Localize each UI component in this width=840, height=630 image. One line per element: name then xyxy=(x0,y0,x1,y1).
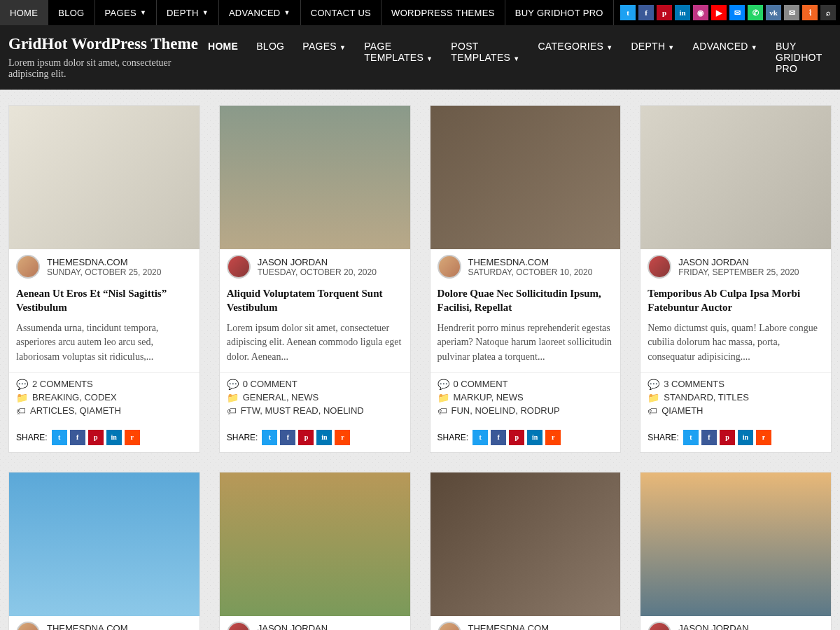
author-avatar[interactable] xyxy=(648,622,671,630)
share-reddit-icon[interactable]: r xyxy=(756,430,771,445)
mainnav-post-templates[interactable]: POST TEMPLATES▼ xyxy=(442,35,528,80)
author-avatar[interactable] xyxy=(16,255,40,279)
mainnav-page-templates[interactable]: PAGE TEMPLATES▼ xyxy=(355,35,442,80)
share-pinterest-icon[interactable]: p xyxy=(509,430,524,445)
mainnav-advanced[interactable]: ADVANCED▼ xyxy=(684,35,766,80)
post-thumbnail[interactable] xyxy=(220,106,410,249)
author-name[interactable]: THEMESDNA.COM xyxy=(468,623,564,630)
post-categories[interactable]: MARKUP, NEWS xyxy=(454,392,524,402)
mainnav-buy-gridhot-pro[interactable]: BUY GRIDHOT PRO xyxy=(766,35,832,80)
author-name[interactable]: JASON JORDAN xyxy=(678,257,799,267)
post-categories[interactable]: GENERAL, NEWS xyxy=(243,392,318,402)
post-thumbnail[interactable] xyxy=(9,106,200,249)
mainnav-blog[interactable]: BLOG xyxy=(247,35,293,80)
post-thumbnail[interactable] xyxy=(430,472,621,616)
vk-icon[interactable]: vk xyxy=(766,5,781,20)
comment-count[interactable]: 0 COMMENT xyxy=(243,379,298,389)
share-linkedin-icon[interactable]: in xyxy=(738,430,753,445)
share-facebook-icon[interactable]: f xyxy=(701,430,717,445)
topnav-pages[interactable]: PAGES▼ xyxy=(95,0,158,25)
youtube-icon[interactable]: ▶ xyxy=(711,5,727,20)
share-twitter-icon[interactable]: t xyxy=(472,430,488,445)
site-title[interactable]: GridHot WordPress Theme xyxy=(8,35,199,53)
post-title[interactable]: Aenean Ut Eros Et “Nisl Sagittis” Vestib… xyxy=(9,284,200,321)
post-thumbnail[interactable] xyxy=(220,472,410,616)
posts-grid: THEMESDNA.COMSUNDAY, OCTOBER 25, 2020Aen… xyxy=(0,90,840,630)
share-linkedin-icon[interactable]: in xyxy=(527,430,542,445)
author-avatar[interactable] xyxy=(438,255,461,279)
post-thumbnail[interactable] xyxy=(430,106,621,249)
author-name[interactable]: THEMESDNA.COM xyxy=(47,623,172,630)
post-title[interactable]: Temporibus Ab Culpa Ipsa Morbi Fatebuntu… xyxy=(640,284,831,321)
chevron-down-icon: ▼ xyxy=(606,44,612,51)
post-card: JASON JORDANFRIDAY, SEPTEMBER 25, 2020Te… xyxy=(640,105,832,453)
post-tags[interactable]: FUN, NOELIND, RODRUP xyxy=(451,405,560,416)
post-title[interactable]: Dolore Quae Nec Sollicitudin Ipsum, Faci… xyxy=(430,284,621,321)
comment-count[interactable]: 2 COMMENTS xyxy=(32,379,93,389)
rss-icon[interactable]: ⌇ xyxy=(802,5,818,20)
chevron-down-icon: ▼ xyxy=(426,55,433,62)
author-name[interactable]: JASON JORDAN xyxy=(678,623,779,630)
topnav-depth[interactable]: DEPTH▼ xyxy=(157,0,219,25)
topnav-blog[interactable]: BLOG xyxy=(48,0,94,25)
share-facebook-icon[interactable]: f xyxy=(491,430,506,445)
author-avatar[interactable] xyxy=(438,622,461,630)
author-name[interactable]: JASON JORDAN xyxy=(258,257,377,267)
share-row: SHARE:tfpinr xyxy=(430,424,621,452)
messenger-icon[interactable]: ✉ xyxy=(729,5,745,20)
share-pinterest-icon[interactable]: p xyxy=(720,430,735,445)
mainnav-depth[interactable]: DEPTH▼ xyxy=(622,35,683,80)
post-categories[interactable]: BREAKING, CODEX xyxy=(32,392,117,402)
share-pinterest-icon[interactable]: p xyxy=(298,430,314,445)
author-name[interactable]: THEMESDNA.COM xyxy=(47,257,161,267)
post-footer: 💬2 COMMENTS📁BREAKING, CODEX🏷ARTICLES, QI… xyxy=(9,373,200,424)
whatsapp-icon[interactable]: ✆ xyxy=(748,5,763,20)
post-title[interactable]: Aliquid Voluptatem Torquent Sunt Vestibu… xyxy=(220,284,410,321)
topnav-home[interactable]: HOME xyxy=(0,0,48,25)
post-thumbnail[interactable] xyxy=(9,472,200,616)
share-twitter-icon[interactable]: t xyxy=(52,430,67,445)
mainnav-pages[interactable]: PAGES▼ xyxy=(293,35,355,80)
author-avatar[interactable] xyxy=(648,255,671,279)
share-reddit-icon[interactable]: r xyxy=(545,430,561,445)
topnav-advanced[interactable]: ADVANCED▼ xyxy=(219,0,301,25)
mainnav-categories[interactable]: CATEGORIES▼ xyxy=(528,35,622,80)
author-name[interactable]: THEMESDNA.COM xyxy=(468,257,593,267)
pinterest-icon[interactable]: p xyxy=(657,5,672,20)
chevron-down-icon: ▼ xyxy=(202,9,209,16)
post-thumbnail[interactable] xyxy=(640,106,831,249)
topnav-wordpress-themes[interactable]: WORDPRESS THEMES xyxy=(382,0,505,25)
linkedin-icon[interactable]: in xyxy=(675,5,690,20)
post-tags[interactable]: FTW, MUST READ, NOELIND xyxy=(241,405,364,416)
twitter-icon[interactable]: t xyxy=(620,5,636,20)
share-twitter-icon[interactable]: t xyxy=(683,430,699,445)
post-thumbnail[interactable] xyxy=(640,472,831,616)
share-reddit-icon[interactable]: r xyxy=(125,430,140,445)
share-label: SHARE: xyxy=(16,433,48,442)
search-icon[interactable]: ⌕ xyxy=(820,5,836,20)
chevron-down-icon: ▼ xyxy=(340,44,346,51)
post-tags[interactable]: QIAMETH xyxy=(662,405,703,416)
author-avatar[interactable] xyxy=(227,255,251,279)
comment-count[interactable]: 3 COMMENTS xyxy=(664,379,724,389)
post-meta: THEMESDNA.COMTUESDAY, MAY 21, 2013 xyxy=(430,616,621,630)
post-categories[interactable]: STANDARD, TITLES xyxy=(664,392,749,402)
share-pinterest-icon[interactable]: p xyxy=(88,430,104,445)
comment-count[interactable]: 0 COMMENT xyxy=(454,379,508,389)
share-facebook-icon[interactable]: f xyxy=(280,430,295,445)
topnav-contact-us[interactable]: CONTACT US xyxy=(301,0,382,25)
share-linkedin-icon[interactable]: in xyxy=(106,430,122,445)
share-facebook-icon[interactable]: f xyxy=(70,430,85,445)
post-tags[interactable]: ARTICLES, QIAMETH xyxy=(30,405,121,416)
instagram-icon[interactable]: ◉ xyxy=(693,5,708,20)
topnav-buy-gridhot-pro[interactable]: BUY GRIDHOT PRO xyxy=(505,0,614,25)
share-linkedin-icon[interactable]: in xyxy=(316,430,332,445)
facebook-icon[interactable]: f xyxy=(638,5,654,20)
author-avatar[interactable] xyxy=(16,622,40,630)
email-icon[interactable]: ✉ xyxy=(784,5,799,20)
share-twitter-icon[interactable]: t xyxy=(262,430,277,445)
author-name[interactable]: JASON JORDAN xyxy=(258,623,349,630)
share-reddit-icon[interactable]: r xyxy=(335,430,350,445)
author-avatar[interactable] xyxy=(227,622,251,630)
mainnav-home[interactable]: HOME xyxy=(199,35,247,80)
